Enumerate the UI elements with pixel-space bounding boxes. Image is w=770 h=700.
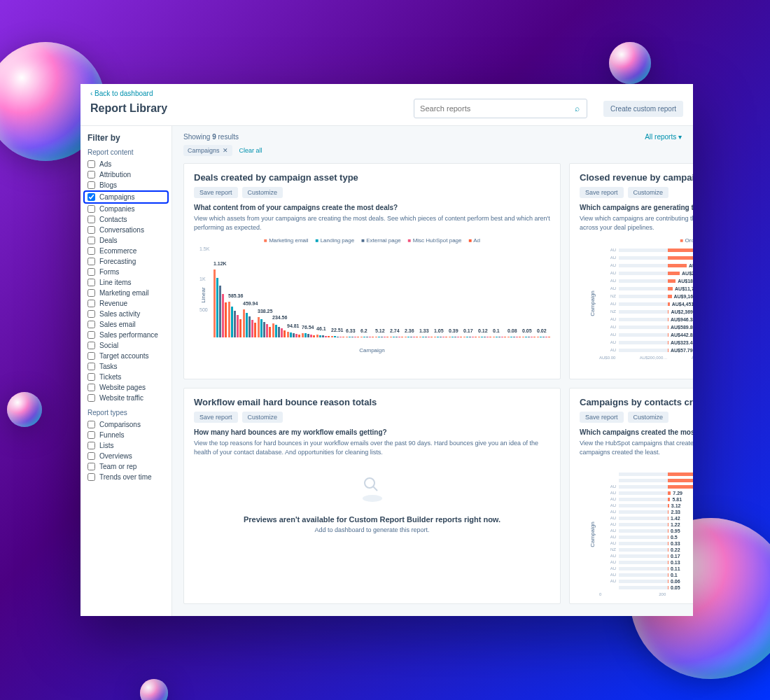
filter-checkbox-contacts[interactable]: Contacts: [88, 214, 164, 225]
empty-message: Previews aren't available for Custom Rep…: [194, 515, 550, 524]
filter-checkbox-ecommerce[interactable]: Ecommerce: [88, 246, 164, 256]
y-axis-label: Campaign: [589, 290, 596, 316]
x-axis-label: Linear: [580, 370, 693, 376]
filter-checkbox-tasks[interactable]: Tasks: [88, 361, 164, 372]
filter-checkbox-deals[interactable]: Deals: [88, 235, 164, 246]
report-card-closed-revenue: Closed revenue by campaign with deal pip…: [569, 163, 693, 379]
customize-button[interactable]: Customize: [628, 187, 669, 198]
svg-point-0: [365, 478, 374, 488]
filter-checkbox-attribution[interactable]: Attribution: [88, 169, 164, 180]
sidebar: Filter by Report content AdsAttributionB…: [80, 126, 172, 616]
report-card-contacts-created: Campaigns by contacts created Save repor…: [569, 388, 693, 604]
save-report-button[interactable]: Save report: [194, 187, 238, 198]
close-icon[interactable]: ✕: [223, 147, 228, 154]
customize-button[interactable]: Customize: [628, 412, 669, 423]
card-description: View the top reasons for hard bounces in…: [194, 439, 550, 456]
filter-checkbox-comparisons[interactable]: Comparisons: [88, 419, 164, 430]
magnifier-spotlight-icon: [194, 473, 550, 510]
main-content: Showing 9 results All reports Campaigns …: [172, 126, 693, 616]
x-axis-label: Linear: [580, 606, 693, 612]
card-description: View which campaigns are contributing th…: [580, 214, 693, 232]
filter-checkbox-marketing-email[interactable]: Marketing email: [88, 288, 164, 298]
card-title: Workflow email hard bounce reason totals: [194, 397, 550, 407]
chart-legend: Linear: [580, 462, 693, 468]
customize-button[interactable]: Customize: [242, 412, 284, 423]
report-card-deals-by-asset: Deals created by campaign asset type Sav…: [183, 163, 561, 379]
results-count: Showing 9 results: [183, 133, 239, 141]
filter-section-content: Report content: [88, 148, 164, 156]
save-report-button[interactable]: Save report: [580, 412, 624, 423]
filter-checkbox-social[interactable]: Social: [88, 340, 164, 351]
filter-checkbox-blogs[interactable]: Blogs: [88, 180, 164, 190]
back-link[interactable]: Back to dashboard: [90, 90, 683, 97]
chart-legend: Order Pipeline (No value): [580, 237, 693, 244]
card-description: View which assets from your campaigns ar…: [194, 214, 550, 232]
card-title: Deals created by campaign asset type: [194, 172, 550, 183]
filter-checkbox-lists[interactable]: Lists: [88, 440, 164, 451]
filter-checkbox-campaigns[interactable]: Campaigns: [85, 192, 167, 202]
filter-checkbox-forms[interactable]: Forms: [88, 267, 164, 277]
x-axis-label: Campaign: [194, 347, 550, 354]
filter-section-types: Report types: [88, 409, 164, 416]
y-axis-label: Campaign: [589, 522, 596, 547]
bar-chart: Marketing email Landing page External pa…: [194, 237, 550, 370]
empty-subtext: Add to dashboard to generate this report…: [194, 526, 550, 533]
filter-checkbox-sales-performance[interactable]: Sales performance: [88, 330, 164, 340]
filter-checkbox-website-pages[interactable]: Website pages: [88, 382, 164, 393]
filter-checkbox-line-items[interactable]: Line items: [88, 277, 164, 288]
decorative-orb: [609, 42, 651, 84]
filter-checkbox-website-traffic[interactable]: Website traffic: [88, 393, 164, 403]
filter-checkbox-sales-email[interactable]: Sales email: [88, 319, 164, 330]
empty-state: Previews aren't available for Custom Rep…: [194, 462, 550, 545]
card-question: Which campaigns are generating the most …: [580, 204, 693, 211]
create-report-button[interactable]: Create custom report: [603, 101, 683, 117]
filter-checkbox-tickets[interactable]: Tickets: [88, 372, 164, 382]
svg-line-1: [373, 486, 377, 491]
card-question: What content from of your campaigns crea…: [194, 204, 550, 211]
clear-all-link[interactable]: Clear all: [239, 147, 262, 154]
card-title: Closed revenue by campaign with deal pip…: [580, 172, 693, 183]
save-report-button[interactable]: Save report: [194, 412, 238, 423]
decorative-orb: [140, 679, 168, 700]
filter-checkbox-target-accounts[interactable]: Target accounts: [88, 351, 164, 361]
search-input[interactable]: [414, 99, 587, 118]
filter-title: Filter by: [88, 133, 164, 143]
filter-checkbox-revenue[interactable]: Revenue: [88, 298, 164, 309]
filter-chip-campaigns[interactable]: Campaigns ✕: [183, 145, 232, 156]
customize-button[interactable]: Customize: [242, 187, 284, 198]
app-window: Back to dashboard Report Library ⌕ Creat…: [80, 84, 693, 616]
filter-checkbox-overviews[interactable]: Overviews: [88, 451, 164, 461]
svg-point-2: [363, 495, 382, 502]
filter-checkbox-conversations[interactable]: Conversations: [88, 225, 164, 235]
report-card-bounce-totals: Workflow email hard bounce reason totals…: [183, 388, 561, 604]
save-report-button[interactable]: Save report: [580, 187, 624, 198]
filter-checkbox-funnels[interactable]: Funnels: [88, 430, 164, 440]
card-question: How many hard bounces are my workflow em…: [194, 428, 550, 436]
decorative-orb: [7, 392, 42, 427]
topbar: Back to dashboard Report Library ⌕ Creat…: [80, 84, 693, 126]
card-title: Campaigns by contacts created: [580, 397, 693, 407]
card-description: View the HubSpot campaigns that created …: [580, 439, 693, 456]
all-reports-dropdown[interactable]: All reports: [645, 133, 682, 141]
hbar-chart: Order Pipeline (No value) Campaign AUAUA…: [580, 237, 693, 370]
filter-checkbox-ads[interactable]: Ads: [88, 159, 164, 169]
page-title: Report Library: [90, 102, 167, 115]
filter-checkbox-forecasting[interactable]: Forecasting: [88, 256, 164, 267]
card-question: Which campaigns created the most contact…: [580, 428, 693, 436]
y-axis-label: Linear: [200, 288, 206, 303]
filter-checkbox-companies[interactable]: Companies: [88, 204, 164, 214]
filter-checkbox-team-or-rep[interactable]: Team or rep: [88, 461, 164, 472]
chart-legend: Marketing email Landing page External pa…: [194, 237, 550, 244]
filter-checkbox-trends-over-time[interactable]: Trends over time: [88, 472, 164, 482]
hbar-chart: Linear Campaign 168.17AU92.76AU7.29AU5.8…: [580, 462, 693, 595]
filter-checkbox-sales-activity[interactable]: Sales activity: [88, 309, 164, 319]
